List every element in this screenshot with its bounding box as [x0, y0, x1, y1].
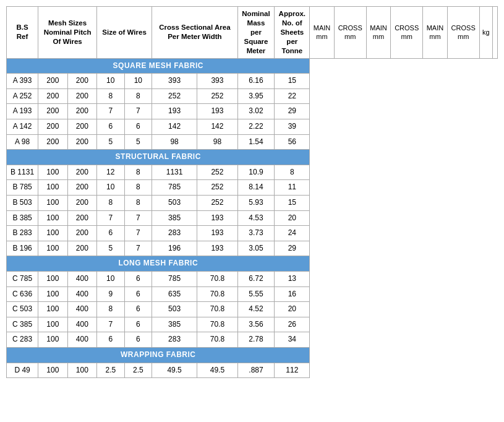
sub-header-cross-area: CROSSmm [447, 7, 479, 59]
table-cell: 16 [275, 286, 310, 302]
sub-header-main-pitch: MAINmm [310, 7, 334, 59]
table-cell: 200 [67, 88, 96, 104]
table-cell: 6 [97, 226, 125, 241]
table-cell: 193 [197, 226, 238, 241]
sub-header-main-wire: MAINmm [366, 7, 390, 59]
table-row: A 142200200661421422.2239 [7, 119, 498, 135]
table-cell: 8 [124, 88, 152, 104]
table-cell: 6.16 [237, 74, 274, 89]
table-cell: 3.95 [237, 88, 274, 104]
table-cell: 385 [152, 317, 197, 332]
table-cell: 70.8 [197, 272, 238, 287]
table-cell: 252 [197, 165, 238, 180]
table-row: A 193200200771931933.0229 [7, 104, 498, 119]
table-cell: 5 [97, 241, 125, 256]
table-cell: 193 [197, 104, 238, 119]
table-cell: 4.53 [237, 210, 274, 226]
table-cell: 7 [124, 226, 152, 241]
table-cell: 200 [38, 134, 67, 150]
table-cell: 200 [38, 74, 67, 89]
table-cell: .887 [237, 363, 274, 378]
table-cell: 100 [38, 180, 67, 196]
table-cell: 49.5 [152, 363, 197, 378]
sub-header-cross-pitch: CROSSmm [334, 7, 366, 59]
table-cell: 7 [97, 104, 125, 119]
table-cell: 20 [275, 210, 310, 226]
table-cell: 200 [38, 104, 67, 119]
table-cell: 200 [67, 165, 96, 180]
table-cell: 200 [67, 241, 96, 256]
table-cell: 10 [97, 272, 125, 287]
table-cell: 7 [124, 210, 152, 226]
table-cell: 10 [124, 74, 152, 89]
table-cell: 2.22 [237, 119, 274, 135]
table-cell: 98 [197, 134, 238, 150]
table-cell: 3.05 [237, 241, 274, 256]
header-bs-ref: B.SRef [7, 7, 38, 59]
sub-header-cross-wire: CROSSmm [391, 7, 423, 59]
table-cell: 70.8 [197, 317, 238, 332]
section-header: STRUCTURAL FABRIC [7, 150, 310, 165]
table-cell: 100 [38, 241, 67, 256]
table-cell: B 503 [7, 196, 38, 211]
table-cell: 6 [97, 332, 125, 348]
table-cell: 3.56 [237, 317, 274, 332]
table-cell: 22 [275, 88, 310, 104]
table-cell: 7 [124, 241, 152, 256]
table-cell: 8 [97, 196, 125, 211]
table-cell: 100 [38, 226, 67, 241]
table-cell: 15 [275, 196, 310, 211]
sub-header-kg: kg [479, 7, 492, 59]
table-cell: 193 [197, 210, 238, 226]
table-cell: 10 [97, 180, 125, 196]
table-cell: A 98 [7, 134, 38, 150]
sub-header-sheets [492, 7, 497, 59]
table-cell: 6 [124, 302, 152, 317]
table-cell: 400 [67, 286, 96, 302]
table-row: A 982002005598981.5456 [7, 134, 498, 150]
table-cell: 20 [275, 302, 310, 317]
table-cell: 200 [67, 226, 96, 241]
table-cell: 503 [152, 196, 197, 211]
table-cell: 393 [152, 74, 197, 89]
table-cell: 34 [275, 332, 310, 348]
mesh-fabric-table: B.SRef Mesh SizesNominal PitchOf Wires S… [6, 6, 498, 378]
table-cell: C 283 [7, 332, 38, 348]
table-cell: 6 [124, 286, 152, 302]
table-cell: 100 [38, 363, 67, 378]
table-cell: 3.73 [237, 226, 274, 241]
table-cell: 193 [152, 104, 197, 119]
table-cell: 6 [124, 332, 152, 348]
table-cell: 142 [197, 119, 238, 135]
table-cell: 200 [38, 119, 67, 135]
table-cell: C 636 [7, 286, 38, 302]
table-cell: 39 [275, 119, 310, 135]
table-cell: 6 [124, 317, 152, 332]
table-row: C 2831004006628370.82.7834 [7, 332, 498, 348]
table-cell: 10.9 [237, 165, 274, 180]
table-cell: 98 [152, 134, 197, 150]
table-row: C 3851004007638570.83.5626 [7, 317, 498, 332]
table-cell: 8 [97, 88, 125, 104]
table-cell: 11 [275, 180, 310, 196]
table-cell: 100 [38, 272, 67, 287]
table-cell: B 196 [7, 241, 38, 256]
table-cell: 200 [67, 196, 96, 211]
table-cell: 8 [124, 180, 152, 196]
table-cell: 15 [275, 74, 310, 89]
table-cell: 70.8 [197, 286, 238, 302]
table-cell: 4.52 [237, 302, 274, 317]
table-row: A 39320020010103933936.1615 [7, 74, 498, 89]
table-cell: 8 [275, 165, 310, 180]
table-cell: 400 [67, 332, 96, 348]
table-cell: 7 [97, 210, 125, 226]
table-cell: 5.55 [237, 286, 274, 302]
table-cell: 196 [152, 241, 197, 256]
header-mesh-sizes: Mesh SizesNominal PitchOf Wires [38, 7, 97, 59]
table-cell: 9 [97, 286, 125, 302]
table-row: C 5031004008650370.84.5220 [7, 302, 498, 317]
table-cell: 112 [275, 363, 310, 378]
table-cell: 24 [275, 226, 310, 241]
table-cell: 252 [197, 196, 238, 211]
table-cell: 6 [124, 119, 152, 135]
